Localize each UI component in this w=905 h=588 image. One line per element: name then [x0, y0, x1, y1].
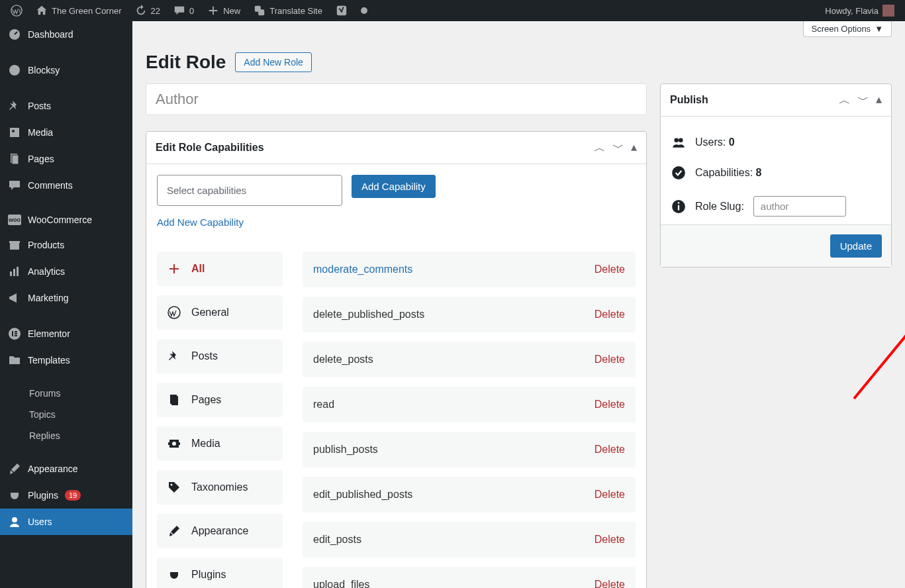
status-dot[interactable]	[356, 0, 373, 21]
triangle-up-icon[interactable]: ▴	[631, 140, 637, 156]
capability-categories: AllGeneralPostsPagesMediaTaxonomiesAppea…	[157, 252, 283, 588]
sidebar-item-media[interactable]: Media	[0, 119, 132, 146]
svg-point-28	[171, 484, 173, 486]
sidebar-item-appearance[interactable]: Appearance	[0, 456, 132, 482]
update-button[interactable]: Update	[830, 234, 882, 258]
sidebar-item-label: Blocksy	[28, 65, 60, 75]
delete-capability-link[interactable]: Delete	[595, 489, 625, 501]
chevron-up-icon[interactable]: ︿	[839, 92, 851, 108]
category-posts[interactable]: Posts	[157, 339, 283, 373]
capabilities-box: Edit Role Capabilities ︿ ﹀ ▴ Select capa…	[146, 131, 647, 588]
delete-capability-link[interactable]: Delete	[595, 579, 625, 588]
triangle-up-icon[interactable]: ▴	[876, 92, 882, 108]
chevron-up-icon[interactable]: ︿	[594, 140, 606, 156]
capability-row: publish_postsDelete	[303, 432, 636, 467]
admin-sidebar: Dashboard Blocksy Posts Media Pages Comm…	[0, 21, 132, 588]
capability-name[interactable]: edit_published_posts	[313, 489, 412, 501]
user-menu[interactable]: Howdy, Flavia	[820, 0, 900, 21]
svg-point-31	[672, 166, 685, 179]
category-icon	[167, 568, 181, 581]
pin-icon	[8, 99, 21, 113]
info-icon	[671, 199, 686, 214]
sidebar-sub-topics[interactable]: Topics	[0, 404, 132, 425]
capability-name[interactable]: delete_published_posts	[313, 309, 424, 320]
admin-bar: The Green Corner 22 0 New Translate Site…	[0, 0, 905, 21]
category-label: General	[191, 307, 229, 318]
delete-capability-link[interactable]: Delete	[595, 534, 625, 546]
publish-box-title: Publish	[670, 94, 708, 106]
chevron-down-icon[interactable]: ﹀	[857, 92, 869, 108]
caps-label: Capabilities:	[695, 167, 753, 178]
svg-rect-11	[10, 243, 19, 250]
category-appearance[interactable]: Appearance	[157, 514, 283, 548]
delete-capability-link[interactable]: Delete	[595, 444, 625, 456]
capability-name[interactable]: upload_files	[313, 579, 369, 588]
sidebar-item-templates[interactable]: Templates	[0, 347, 132, 373]
category-icon	[167, 393, 181, 407]
category-all[interactable]: All	[157, 252, 283, 286]
add-new-capability-link[interactable]: Add New Capability	[157, 217, 636, 228]
capability-row: moderate_commentsDelete	[303, 252, 636, 287]
sidebar-sub-replies[interactable]: Replies	[0, 425, 132, 446]
screen-options-toggle[interactable]: Screen Options▼	[803, 21, 892, 37]
wp-logo[interactable]	[5, 0, 28, 21]
site-link[interactable]: The Green Corner	[30, 0, 127, 21]
comments-link[interactable]: 0	[168, 0, 199, 21]
add-new-role-button[interactable]: Add New Role	[235, 52, 312, 72]
capability-name[interactable]: moderate_comments	[313, 264, 412, 275]
svg-rect-6	[10, 128, 19, 137]
category-icon	[167, 437, 181, 450]
role-name-input[interactable]	[146, 83, 647, 115]
category-taxonomies[interactable]: Taxonomies	[157, 470, 283, 505]
sidebar-item-pages[interactable]: Pages	[0, 146, 132, 172]
select-capabilities-dropdown[interactable]: Select capabilities	[157, 175, 342, 206]
delete-capability-link[interactable]: Delete	[595, 309, 625, 320]
capability-name[interactable]: read	[313, 399, 334, 411]
sidebar-item-analytics[interactable]: Analytics	[0, 258, 132, 285]
sidebar-item-marketing[interactable]: Marketing	[0, 285, 132, 311]
yoast-link[interactable]	[330, 0, 353, 21]
sidebar-item-elementor[interactable]: Elementor	[0, 320, 132, 347]
sidebar-item-dashboard[interactable]: Dashboard	[0, 21, 132, 48]
sidebar-sub-forums[interactable]: Forums	[0, 383, 132, 404]
delete-capability-link[interactable]: Delete	[595, 354, 625, 366]
delete-capability-link[interactable]: Delete	[595, 399, 625, 411]
sidebar-item-users[interactable]: Users	[0, 509, 132, 535]
sidebar-item-label: WooCommerce	[28, 215, 92, 225]
sidebar-item-plugins[interactable]: Plugins19	[0, 482, 132, 509]
capability-name[interactable]: edit_posts	[313, 534, 361, 546]
sidebar-item-comments[interactable]: Comments	[0, 172, 132, 199]
chart-icon	[8, 265, 21, 278]
translate-link[interactable]: Translate Site	[248, 0, 328, 21]
delete-capability-link[interactable]: Delete	[595, 264, 625, 275]
capability-list: moderate_commentsDeletedelete_published_…	[303, 252, 636, 588]
capability-name[interactable]: publish_posts	[313, 444, 378, 456]
capability-row: readDelete	[303, 387, 636, 422]
sidebar-item-blocksy[interactable]: Blocksy	[0, 57, 132, 83]
category-media[interactable]: Media	[157, 426, 283, 461]
capability-row: delete_postsDelete	[303, 342, 636, 377]
svg-rect-33	[678, 205, 679, 210]
category-icon	[167, 306, 181, 319]
woo-icon: woo	[8, 215, 21, 225]
sidebar-item-label: Elementor	[28, 328, 70, 339]
sidebar-item-products[interactable]: Products	[0, 232, 132, 258]
yoast-icon	[336, 5, 348, 17]
category-plugins[interactable]: Plugins	[157, 558, 283, 588]
sidebar-item-label: Marketing	[28, 293, 68, 303]
add-capability-button[interactable]: Add Capability	[352, 175, 436, 198]
category-pages[interactable]: Pages	[157, 383, 283, 417]
sidebar-item-label: Users	[28, 516, 52, 527]
role-slug-input[interactable]	[753, 196, 846, 217]
capability-name[interactable]: delete_posts	[313, 354, 373, 366]
users-icon	[671, 135, 686, 150]
sidebar-item-woocommerce[interactable]: wooWooCommerce	[0, 208, 132, 232]
new-label: New	[223, 6, 240, 16]
new-link[interactable]: New	[202, 0, 246, 21]
sidebar-item-posts[interactable]: Posts	[0, 93, 132, 119]
updates-link[interactable]: 22	[130, 0, 166, 21]
chevron-down-icon[interactable]: ﹀	[612, 140, 624, 156]
category-icon	[167, 524, 181, 538]
svg-rect-26	[168, 442, 170, 445]
category-general[interactable]: General	[157, 295, 283, 330]
